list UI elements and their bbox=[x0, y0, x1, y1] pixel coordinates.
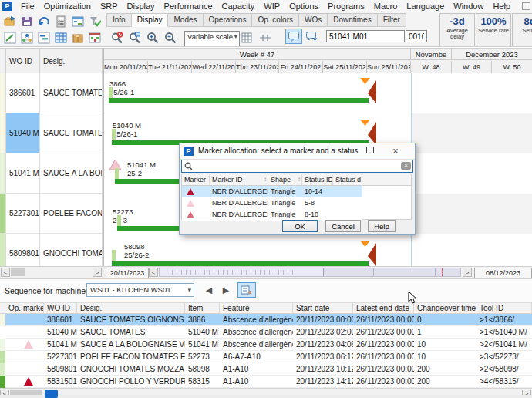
marker-row-5-8[interactable]: NBR D'ALLERGENETriangle5-8 bbox=[182, 197, 362, 209]
seq-row-51040-m01[interactable]: 51040 M01SAUCE TOMATES51040 MAbscence d'… bbox=[0, 326, 532, 339]
gantt-row-5809801[interactable]: 5809801GNOCCHI TOMATES MOZZA bbox=[0, 234, 103, 266]
left-panel-scroll-left-button[interactable]: < bbox=[1, 268, 10, 277]
marker-row-8-10[interactable]: NBR D'ALLERGENETriangle8-10 bbox=[182, 209, 362, 221]
seq-row-386601[interactable]: 386601SAUCE TOMATES OIGNONS3866Abscence … bbox=[0, 314, 532, 326]
wo-id-input[interactable] bbox=[326, 30, 405, 42]
left-panel-scroll-thumb[interactable] bbox=[11, 268, 25, 276]
toolbar-undo-button[interactable] bbox=[35, 14, 52, 29]
toolbar-planning-board-button[interactable] bbox=[69, 14, 86, 29]
tab-modes[interactable]: Modes bbox=[168, 13, 203, 27]
week-header-w-49[interactable]: W. 49 bbox=[452, 61, 492, 74]
menu-display[interactable]: Display bbox=[123, 2, 160, 11]
menu-srp[interactable]: SRP bbox=[96, 2, 123, 11]
day-header-1[interactable]: Mon 20/11/202 bbox=[104, 61, 148, 74]
toolbar-calendar-status-button[interactable] bbox=[86, 30, 103, 45]
seq-row-5227301[interactable]: 5227301POELEE FACON TOMATES FARCIES52273… bbox=[0, 351, 532, 363]
day-header-6[interactable]: Sat 25/11/202 bbox=[323, 61, 367, 74]
toolbar-data-table-button[interactable] bbox=[52, 30, 69, 45]
seq-header-op-markers[interactable]: Op. markers bbox=[5, 303, 44, 314]
day-header-5[interactable]: Fri 24/11/202 bbox=[279, 61, 323, 74]
tab-downtimes[interactable]: Downtimes bbox=[328, 13, 377, 27]
sort-icon[interactable]: ↕ bbox=[264, 174, 267, 185]
timeline-scrollbar-track[interactable] bbox=[159, 268, 461, 277]
help-button[interactable]: Help bbox=[368, 220, 396, 232]
menu-file[interactable]: File bbox=[16, 2, 39, 11]
zoom-reset-button[interactable] bbox=[109, 30, 125, 45]
menu-wip[interactable]: WIP bbox=[259, 2, 285, 11]
dialog-header-marker-id[interactable]: Marker ID↕ bbox=[210, 174, 268, 186]
seq-header-changeover-time[interactable]: Changeover time bbox=[414, 303, 476, 314]
sequence-view-mode-button[interactable] bbox=[237, 282, 256, 298]
week-header-w-48[interactable]: W. 48 bbox=[411, 61, 452, 74]
gantt-row-51041-m01[interactable]: 51041 M01SAUCE A LA BOLOGNAISE VBF bbox=[0, 153, 103, 194]
timeline-scrollbar-thumb[interactable] bbox=[160, 268, 324, 276]
gantt-row-51040-m01[interactable]: 51040 M01SAUCE TOMATES bbox=[0, 113, 103, 153]
seq-header-desig[interactable]: Desig. bbox=[77, 303, 185, 314]
clear-search-icon[interactable]: × bbox=[401, 162, 411, 170]
dialog-minimize-button[interactable]: – bbox=[341, 146, 353, 157]
tab-op-colors[interactable]: Op. colors bbox=[252, 13, 299, 27]
toolbar-package-button[interactable] bbox=[69, 30, 86, 45]
day-header-2[interactable]: Tue 21/11/202 bbox=[148, 61, 192, 74]
wo-id-cell[interactable]: 5227301 bbox=[6, 194, 40, 234]
day-header-3[interactable]: Wed 22/11/20 bbox=[192, 61, 236, 74]
day-header-4[interactable]: Thu 23/11/202 bbox=[236, 61, 279, 74]
wo-id-cell[interactable]: 51040 M01 bbox=[6, 113, 40, 153]
menu-language[interactable]: Language bbox=[402, 2, 449, 11]
menu-capacity[interactable]: Capacity bbox=[217, 2, 260, 11]
next-machine-button[interactable]: ▶ bbox=[219, 283, 233, 297]
gantt-row-5227301[interactable]: 5227301POELEE FACON TOMATES FARCIES bbox=[0, 194, 103, 234]
tab-filter[interactable]: Filter bbox=[378, 13, 406, 27]
menu-options[interactable]: Options bbox=[285, 2, 323, 11]
dialog-search-field[interactable]: × bbox=[181, 160, 413, 173]
menu-macro[interactable]: Macro bbox=[369, 2, 402, 11]
grid-button[interactable] bbox=[238, 30, 254, 45]
desig-column-header[interactable]: Desig. bbox=[40, 49, 103, 74]
menu-performance[interactable]: Performance bbox=[160, 2, 217, 11]
zoom-out-button[interactable] bbox=[162, 30, 178, 45]
ok-button[interactable]: OK bbox=[282, 220, 318, 232]
dialog-header-status-id[interactable]: Status ID↕ bbox=[302, 174, 333, 186]
crosshair-button[interactable] bbox=[257, 30, 273, 45]
seq-row-51041-m01[interactable]: 51041 M01SAUCE A LA BOLOGNAISE VBF51041 … bbox=[0, 339, 532, 351]
seq-header-latest-end-date[interactable]: Latest end date bbox=[353, 303, 414, 314]
timeline-scroll-right-button[interactable]: > bbox=[463, 268, 472, 277]
sort-icon[interactable]: ↕ bbox=[298, 174, 301, 185]
tab-info[interactable]: Info bbox=[106, 13, 132, 27]
menu-programs[interactable]: Programs bbox=[323, 2, 369, 11]
toolbar-network-view-button[interactable] bbox=[19, 30, 35, 45]
timeline-scroll-left-button[interactable]: < bbox=[149, 268, 158, 277]
seq-header-wo-id[interactable]: WO ID bbox=[44, 303, 77, 314]
seq-header-tool-id[interactable]: Tool ID bbox=[476, 303, 532, 314]
taskbar-app-icon[interactable] bbox=[45, 390, 58, 398]
dialog-header-shape[interactable]: Shape↕ bbox=[268, 174, 302, 186]
menu-optimization[interactable]: Optimization bbox=[39, 2, 96, 11]
operation-bar[interactable] bbox=[112, 261, 369, 266]
seq-header-feature[interactable]: Feature bbox=[220, 303, 293, 314]
wo-id-cell[interactable]: 386601 bbox=[6, 73, 40, 113]
tab-wos[interactable]: WOs bbox=[299, 13, 328, 27]
wo-id-cell[interactable]: 51041 M01 bbox=[6, 153, 40, 194]
toolbar-save-button[interactable] bbox=[19, 14, 35, 29]
dialog-close-button[interactable]: × bbox=[389, 146, 402, 157]
label-filter-button[interactable] bbox=[303, 29, 320, 44]
gantt-row-386601[interactable]: 386601SAUCE TOMATES OIGNONS bbox=[0, 73, 103, 113]
seq-header-start-date[interactable]: Start date bbox=[293, 303, 353, 314]
toolbar-filter-check-button[interactable] bbox=[86, 14, 103, 29]
variable-scale-select[interactable]: Variable scale ▾ bbox=[184, 31, 240, 46]
menu-window[interactable]: Window bbox=[449, 2, 488, 11]
tab-display[interactable]: Display bbox=[132, 13, 169, 27]
left-panel-scroll-right-button[interactable]: > bbox=[93, 268, 102, 277]
menu-help[interactable]: Help bbox=[488, 2, 515, 11]
dialog-header-marker[interactable]: Marker↕ bbox=[182, 174, 210, 186]
zoom-in-button[interactable] bbox=[144, 30, 160, 45]
cancel-button[interactable]: Cancel bbox=[325, 220, 361, 232]
toolbar-calculator-button[interactable] bbox=[52, 14, 69, 29]
toolbar-gantt-mini-button[interactable] bbox=[35, 30, 52, 45]
seq-header-item[interactable]: Item bbox=[185, 303, 220, 314]
dialog-header-status-d[interactable]: Status d↕ bbox=[333, 174, 362, 186]
wo-id-column-header[interactable]: WO ID bbox=[6, 49, 40, 74]
wo-id-cell[interactable]: 5809801 bbox=[6, 234, 40, 266]
previous-machine-button[interactable]: ◀ bbox=[202, 283, 216, 297]
show-labels-button[interactable] bbox=[285, 29, 302, 44]
